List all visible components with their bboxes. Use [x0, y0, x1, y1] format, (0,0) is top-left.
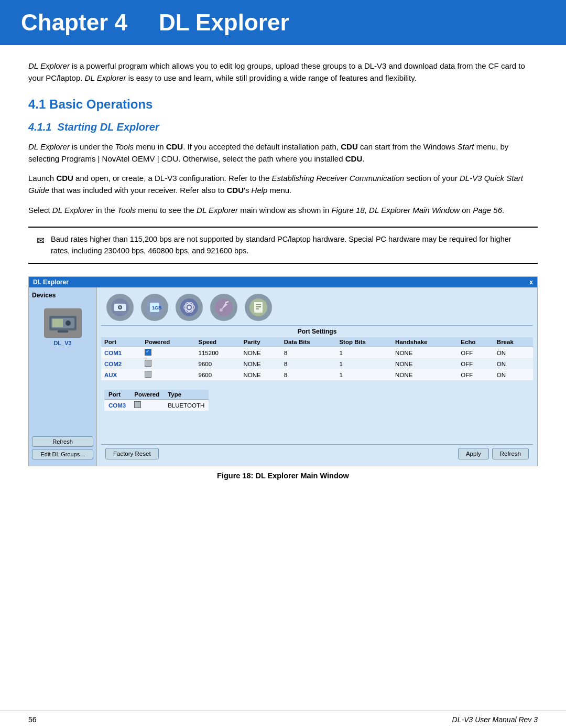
break-com2: ON — [494, 358, 533, 369]
stopbits-aux: 1 — [336, 369, 392, 380]
body-para-2: Launch CDU and open, or create, a DL-V3 … — [28, 172, 538, 197]
stopbits-com1: 1 — [336, 347, 392, 359]
subsection-title-text: Starting DL Explorer — [58, 121, 159, 133]
echo-aux: OFF — [458, 369, 494, 380]
type-com3: BLUETOOTH — [164, 400, 209, 411]
subsection-4-1-1-title: 4.1.1 Starting DL Explorer — [28, 121, 538, 133]
svg-rect-4 — [58, 330, 68, 333]
footer-document-title: DL-V3 User Manual Rev 3 — [452, 715, 538, 724]
powered-checkbox-aux[interactable] — [145, 371, 151, 378]
note-box: ✉ Baud rates higher than 115,200 bps are… — [28, 227, 538, 264]
databits-aux: 8 — [281, 369, 336, 380]
page-footer: 56 DL-V3 User Manual Rev 3 — [0, 711, 566, 728]
handshake-aux: NONE — [392, 369, 458, 380]
handshake-com1: NONE — [392, 347, 458, 359]
intro-paragraph: DL Explorer is a powerful program which … — [28, 60, 538, 84]
toolbar-icon-3[interactable] — [176, 294, 203, 321]
chapter-header: Chapter 4 DL Explorer — [0, 0, 566, 45]
apply-button[interactable]: Apply — [458, 448, 489, 459]
table-row: AUX 9600 NONE 8 1 NONE OFF ON — [101, 369, 533, 380]
svg-rect-21 — [254, 302, 263, 313]
subsection-number: 4.1.1 — [28, 121, 51, 133]
col-parity: Parity — [241, 337, 281, 347]
col-port: Port — [101, 337, 142, 347]
port-settings-label: Port Settings — [101, 325, 533, 335]
chapter-title: DL Explorer — [159, 9, 289, 36]
dl-sidebar: Devices DL_V3 Refresh — [29, 287, 97, 466]
col-speed: Speed — [195, 337, 241, 347]
dl-bottom-bar: Factory Reset Apply Refresh — [101, 444, 533, 463]
svg-point-8 — [119, 306, 121, 308]
parity-com2: NONE — [241, 358, 281, 369]
note-text: Baud rates higher than 115,200 bps are n… — [51, 234, 529, 257]
toolbar-icons: 1GB — [101, 291, 533, 323]
dl-window-body: Devices DL_V3 Refresh — [29, 287, 537, 466]
toolbar-icon-1[interactable] — [106, 294, 134, 321]
main-content: DL Explorer is a powerful program which … — [0, 60, 566, 511]
table-row: COM2 9600 NONE 8 1 NONE OFF ON — [101, 358, 533, 369]
figure-caption: Figure 18: DL Explorer Main Window — [28, 472, 538, 480]
powered-checkbox-com3[interactable] — [134, 401, 141, 408]
factory-reset-button[interactable]: Factory Reset — [105, 448, 159, 459]
device-icon — [44, 308, 82, 338]
parity-com1: NONE — [241, 347, 281, 359]
close-icon[interactable]: x — [529, 279, 533, 286]
action-buttons-right: Apply Refresh — [458, 448, 529, 459]
com3-col-port: Port — [104, 390, 130, 400]
svg-text:1GB: 1GB — [152, 305, 162, 311]
powered-checkbox-com2[interactable] — [145, 360, 151, 367]
echo-com1: OFF — [458, 347, 494, 359]
section-title-text: Basic Operations — [49, 97, 153, 111]
parity-aux: NONE — [241, 369, 281, 380]
databits-com1: 8 — [281, 347, 336, 359]
com3-col-type: Type — [164, 390, 209, 400]
toolbar-icon-2[interactable]: 1GB — [141, 294, 168, 321]
body-para-1: DL Explorer is under the Tools menu in C… — [28, 141, 538, 165]
port-name-com3: COM3 — [108, 402, 126, 409]
col-handshake: Handshake — [392, 337, 458, 347]
edit-dl-groups-button[interactable]: Edit DL Groups... — [32, 449, 93, 459]
break-aux: ON — [494, 369, 533, 380]
toolbar-icon-4[interactable] — [210, 294, 237, 321]
col-data-bits: Data Bits — [281, 337, 336, 347]
chapter-label: Chapter 4 — [21, 9, 127, 36]
com3-row: COM3 BLUETOOTH — [104, 400, 209, 411]
com3-table: Port Powered Type COM3 BLUETOOTH — [104, 390, 209, 411]
break-com1: ON — [494, 347, 533, 359]
databits-com2: 8 — [281, 358, 336, 369]
svg-point-3 — [66, 320, 71, 326]
svg-point-18 — [220, 308, 223, 312]
refresh-button[interactable]: Refresh — [492, 448, 529, 459]
port-name-aux: AUX — [104, 372, 117, 378]
handshake-com2: NONE — [392, 358, 458, 369]
speed-com2: 9600 — [195, 358, 241, 369]
dl-main-panel: 1GB — [97, 287, 537, 466]
footer-page-number: 56 — [28, 715, 37, 724]
col-stop-bits: Stop Bits — [336, 337, 392, 347]
com3-section: Port Powered Type COM3 BLUETOOTH — [104, 386, 533, 411]
port-table: Port Powered Speed Parity Data Bits Stop… — [101, 337, 533, 380]
section-number: 4.1 — [28, 97, 46, 111]
port-name-com2: COM2 — [104, 361, 122, 367]
sidebar-buttons: Refresh Edit DL Groups... — [32, 436, 93, 462]
com3-col-powered: Powered — [130, 390, 164, 400]
echo-com2: OFF — [458, 358, 494, 369]
col-echo: Echo — [458, 337, 494, 347]
col-powered: Powered — [142, 337, 195, 347]
svg-rect-2 — [52, 319, 63, 327]
section-4-1-title: 4.1 Basic Operations — [28, 97, 538, 112]
note-icon: ✉ — [37, 235, 45, 247]
device-name: DL_V3 — [32, 340, 93, 346]
speed-aux: 9600 — [195, 369, 241, 380]
dl-window-title: DL Explorer — [33, 279, 69, 286]
powered-checkbox-com1[interactable] — [145, 349, 151, 356]
col-break: Break — [494, 337, 533, 347]
table-row: COM1 115200 NONE 8 1 NONE OFF ON — [101, 347, 533, 359]
stopbits-com2: 1 — [336, 358, 392, 369]
port-name-com1: COM1 — [104, 350, 122, 356]
dl-titlebar: DL Explorer x — [29, 277, 537, 287]
svg-point-16 — [188, 306, 191, 309]
toolbar-icon-5[interactable] — [245, 294, 272, 321]
speed-com1: 115200 — [195, 347, 241, 359]
sidebar-refresh-button[interactable]: Refresh — [32, 436, 93, 447]
